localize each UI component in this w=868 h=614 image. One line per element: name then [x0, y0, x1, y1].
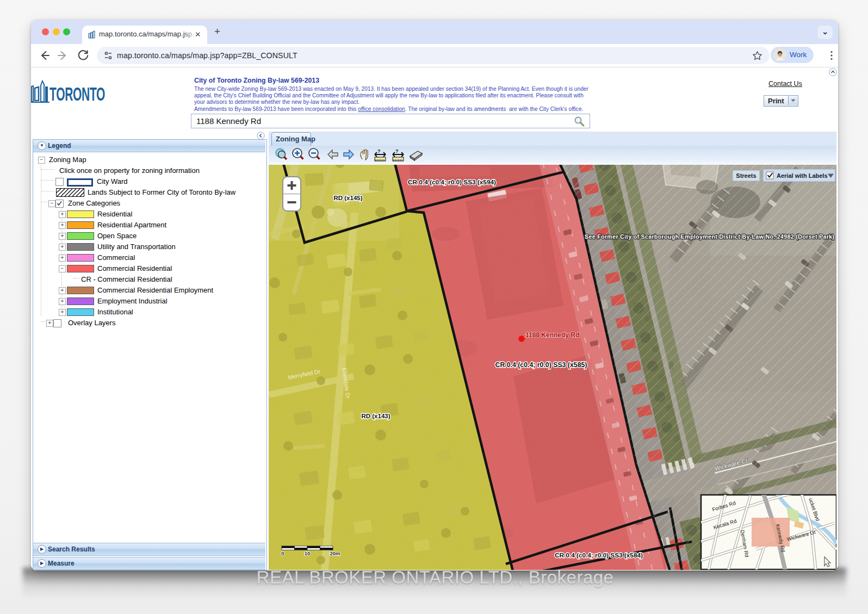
svg-text:Aerial with Labels: Aerial with Labels — [777, 172, 828, 179]
svg-text:CR 0.4 (c0.4; r0.0) SS3 (x585: CR 0.4 (c0.4; r0.0) SS3 (x585) — [495, 361, 587, 369]
svg-text:20m: 20m — [330, 550, 340, 556]
svg-text:Streets: Streets — [736, 172, 756, 179]
svg-text:0: 0 — [281, 550, 284, 556]
svg-text:1188 Kennedy Rd: 1188 Kennedy Rd — [525, 331, 579, 339]
svg-text:?: ? — [395, 148, 399, 154]
svg-text:10: 10 — [305, 550, 311, 556]
svg-text:RD (x145): RD (x145) — [333, 195, 362, 201]
svg-text:RD (x143): RD (x143) — [361, 413, 390, 419]
svg-text:TORONTO: TORONTO — [49, 83, 105, 104]
svg-text:CR 0.4 (c0.4; r0.0) SS3 (x584: CR 0.4 (c0.4; r0.0) SS3 (x584) — [555, 551, 643, 559]
svg-text:?: ? — [377, 148, 381, 154]
svg-text:CR 0.4 (c0.4; r0.0) SS3 (x594: CR 0.4 (c0.4; r0.0) SS3 (x594) — [408, 178, 496, 186]
svg-text:See Former City of Scarborough: See Former City of Scarborough Employmen… — [585, 233, 834, 240]
